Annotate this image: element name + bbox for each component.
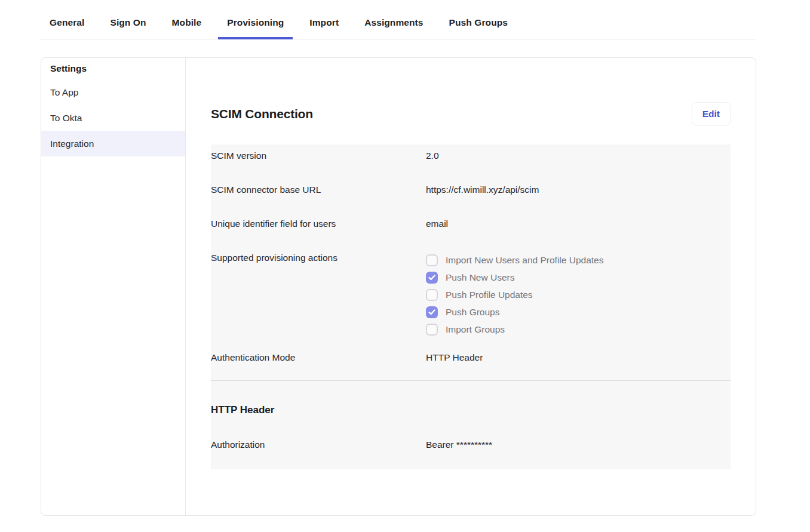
authorization-row: Authorization Bearer **********	[211, 417, 731, 469]
option-import-new-users: Import New Users and Profile Updates	[426, 251, 603, 269]
edit-button[interactable]: Edit	[692, 102, 731, 126]
scim-base-url-row: SCIM connector base URL https://cf.wimil…	[211, 179, 731, 213]
option-label: Push New Users	[446, 271, 514, 284]
option-push-profile-updates: Push Profile Updates	[426, 286, 603, 303]
unique-identifier-value: email	[426, 217, 448, 230]
unique-identifier-label: Unique identifier field for users	[211, 217, 426, 230]
tab-assignments[interactable]: Assignments	[355, 0, 432, 39]
tab-push-groups[interactable]: Push Groups	[440, 0, 517, 39]
scim-base-url-label: SCIM connector base URL	[211, 183, 426, 196]
tab-import[interactable]: Import	[300, 0, 348, 39]
scim-version-value: 2.0	[426, 149, 439, 162]
checkbox-unchecked-icon	[426, 254, 438, 266]
option-label: Import New Users and Profile Updates	[446, 254, 603, 266]
option-label: Push Profile Updates	[446, 288, 533, 301]
sidebar-item-to-app[interactable]: To App	[41, 79, 185, 105]
unique-identifier-row: Unique identifier field for users email	[211, 213, 731, 247]
provisioning-card: Settings To App To Okta Integration SCIM…	[41, 57, 756, 516]
option-push-new-users: Push New Users	[426, 269, 603, 286]
option-label: Import Groups	[446, 323, 505, 336]
checkbox-checked-icon	[426, 306, 438, 318]
provisioning-actions-label: Supported provisioning actions	[211, 251, 426, 338]
app-tab-bar: General Sign On Mobile Provisioning Impo…	[41, 0, 756, 39]
authorization-value: Bearer **********	[426, 438, 492, 451]
option-label: Push Groups	[446, 306, 499, 318]
scim-version-row: SCIM version 2.0	[211, 144, 731, 179]
authentication-mode-label: Authentication Mode	[211, 351, 426, 364]
checkbox-checked-icon	[426, 272, 438, 284]
sidebar-item-to-okta[interactable]: To Okta	[41, 105, 185, 131]
checkbox-unchecked-icon	[426, 289, 438, 301]
scim-details-panel: SCIM version 2.0 SCIM connector base URL…	[211, 144, 731, 469]
authentication-mode-row: Authentication Mode HTTP Header	[211, 346, 731, 380]
tab-provisioning[interactable]: Provisioning	[218, 0, 293, 39]
sidebar-header-settings: Settings	[41, 58, 185, 79]
checkbox-unchecked-icon	[426, 324, 438, 336]
provisioning-actions-row: Supported provisioning actions Import Ne…	[211, 247, 731, 346]
provisioning-actions-options: Import New Users and Profile Updates Pus…	[426, 251, 603, 338]
authorization-label: Authorization	[211, 438, 426, 451]
scim-version-label: SCIM version	[211, 149, 426, 162]
settings-sidebar: Settings To App To Okta Integration	[41, 58, 186, 515]
integration-main-panel: SCIM Connection Edit SCIM version 2.0 SC…	[186, 58, 756, 515]
page-title: SCIM Connection	[211, 107, 313, 121]
tab-sign-on[interactable]: Sign On	[101, 0, 155, 39]
tab-mobile[interactable]: Mobile	[163, 0, 211, 39]
authentication-mode-value: HTTP Header	[426, 351, 483, 364]
http-header-section-title: HTTP Header	[211, 381, 731, 417]
option-import-groups: Import Groups	[426, 321, 603, 338]
option-push-groups: Push Groups	[426, 303, 603, 321]
sidebar-item-integration[interactable]: Integration	[41, 131, 185, 156]
scim-connection-header: SCIM Connection Edit	[211, 101, 731, 127]
scim-base-url-value: https://cf.wimill.xyz/api/scim	[426, 183, 539, 196]
tab-general[interactable]: General	[41, 0, 93, 39]
